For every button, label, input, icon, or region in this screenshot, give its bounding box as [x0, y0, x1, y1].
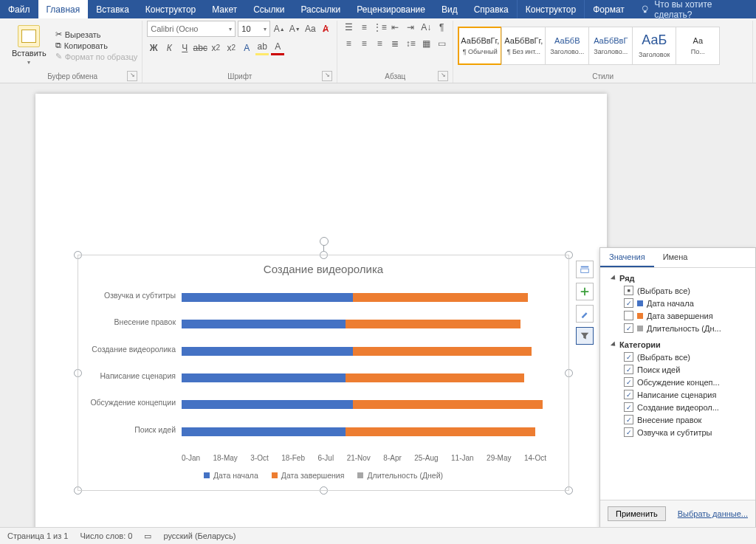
tab-names[interactable]: Имена: [654, 248, 697, 267]
series-swatch-icon: [637, 326, 643, 331]
style-no-spacing[interactable]: АаБбВвГг,¶ Без инт...: [501, 27, 546, 65]
bar-segment[interactable]: [182, 293, 353, 302]
shrink-font-button[interactable]: A▼: [288, 22, 301, 35]
tab-references[interactable]: Ссылки: [245, 0, 292, 18]
bar-segment[interactable]: [346, 320, 520, 328]
grow-font-button[interactable]: A▲: [272, 22, 286, 35]
strikethrough-button[interactable]: abc: [193, 41, 207, 55]
style-heading1[interactable]: АаБбВЗаголово...: [545, 27, 589, 65]
bar-segment[interactable]: [353, 293, 528, 302]
tab-mailings[interactable]: Рассылки: [292, 0, 348, 18]
apply-button[interactable]: Применить: [608, 506, 666, 521]
text-effects-button[interactable]: A: [240, 41, 253, 55]
font-color-button[interactable]: A: [271, 40, 284, 55]
clear-formatting-button[interactable]: A̷: [319, 22, 332, 35]
proofing-icon[interactable]: ▭: [144, 531, 151, 541]
shading-button[interactable]: ▦: [419, 37, 433, 50]
italic-button[interactable]: К: [162, 41, 176, 55]
tab-chart-design[interactable]: Конструктор: [517, 0, 584, 18]
subscript-button[interactable]: x2: [209, 41, 222, 55]
series-item[interactable]: Дата завершения: [606, 309, 751, 322]
tab-values[interactable]: Значения: [600, 248, 654, 267]
bar-segment[interactable]: [182, 427, 346, 436]
category-item[interactable]: Создание видеорол...: [606, 401, 751, 413]
bar-segment[interactable]: [182, 320, 346, 328]
show-marks-button[interactable]: ¶: [435, 21, 448, 34]
bar-segment[interactable]: [182, 347, 353, 356]
bar-segment[interactable]: [182, 400, 353, 409]
rotate-handle[interactable]: [320, 237, 329, 246]
font-family-combo[interactable]: Calibri (Осно▾: [147, 21, 236, 37]
category-item[interactable]: Написание сценария: [606, 388, 751, 401]
style-normal[interactable]: АаБбВвГг,¶ Обычный: [458, 27, 502, 65]
page-indicator[interactable]: Страница 1 из 1: [7, 531, 68, 540]
cut-button[interactable]: ✂Вырезать: [55, 30, 138, 39]
bar-segment[interactable]: [346, 427, 535, 436]
chart-elements-button[interactable]: [576, 283, 594, 300]
superscript-button[interactable]: x2: [224, 41, 238, 55]
category-item[interactable]: Внесение правок: [606, 413, 751, 426]
tab-help[interactable]: Справка: [466, 0, 517, 18]
tell-me-search[interactable]: Что вы хотите сделать?: [633, 0, 756, 18]
series-group-header[interactable]: Ряд: [606, 272, 751, 284]
multilevel-list-button[interactable]: ⋮≡: [373, 21, 386, 34]
category-item[interactable]: Озвучка и субтитры: [606, 426, 751, 438]
chart-filters-button[interactable]: [576, 327, 594, 345]
series-item[interactable]: Дата начала: [606, 297, 751, 309]
underline-button[interactable]: Ч: [178, 41, 191, 55]
bar-segment[interactable]: [353, 400, 543, 409]
borders-button[interactable]: ▭: [435, 37, 448, 50]
line-spacing-button[interactable]: ↕≡: [404, 37, 417, 50]
sort-button[interactable]: A↓: [419, 21, 433, 34]
chart-styles-button[interactable]: [576, 305, 594, 323]
numbering-button[interactable]: ≡: [357, 21, 371, 34]
highlight-button[interactable]: ab: [255, 40, 269, 55]
layout-options-button[interactable]: [576, 261, 594, 278]
decrease-indent-button[interactable]: ⇤: [388, 21, 402, 34]
series-select-all[interactable]: (Выбрать все): [606, 284, 751, 297]
align-left-button[interactable]: ≡: [342, 37, 355, 50]
tab-file[interactable]: Файл: [0, 0, 38, 18]
tab-design[interactable]: Конструктор: [137, 0, 204, 18]
change-case-button[interactable]: Aa: [303, 22, 317, 35]
svg-point-0: [642, 5, 647, 10]
font-size-combo[interactable]: 10▾: [238, 21, 270, 37]
tab-chart-format[interactable]: Формат: [584, 0, 633, 18]
category-item[interactable]: Обсуждение концеп...: [606, 376, 751, 388]
chart-selection[interactable]: Создание видеоролика Озвучка и субтитрыВ…: [78, 255, 569, 491]
bar-segment[interactable]: [353, 347, 532, 356]
tab-review[interactable]: Рецензирование: [348, 0, 433, 18]
tab-view[interactable]: Вид: [433, 0, 466, 18]
word-count[interactable]: Число слов: 0: [80, 531, 132, 540]
chart[interactable]: Создание видеоролика Озвучка и субтитрыВ…: [78, 255, 569, 491]
bullets-button[interactable]: ☰: [342, 21, 355, 34]
category-item[interactable]: Поиск идей: [606, 363, 751, 376]
style-heading2[interactable]: АаБбВвГЗаголово...: [588, 27, 633, 65]
bold-button[interactable]: Ж: [147, 41, 160, 55]
format-painter-button[interactable]: ✎Формат по образцу: [55, 52, 138, 61]
svg-rect-1: [644, 10, 646, 13]
series-item[interactable]: Длительность (Дн...: [606, 322, 751, 334]
bar-segment[interactable]: [182, 373, 346, 382]
align-center-button[interactable]: ≡: [357, 37, 371, 50]
categories-group-header[interactable]: Категории: [606, 339, 751, 351]
align-right-button[interactable]: ≡: [373, 37, 386, 50]
dialog-launcher-icon[interactable]: ↘: [127, 71, 137, 81]
bar-segment[interactable]: [346, 373, 524, 382]
legend-entry: Дата завершения: [281, 471, 345, 480]
dialog-launcher-icon[interactable]: ↘: [438, 71, 448, 81]
tab-insert[interactable]: Вставка: [88, 0, 137, 18]
paste-button[interactable]: Вставить ▾: [7, 24, 51, 67]
tab-home[interactable]: Главная: [38, 0, 89, 18]
styles-gallery[interactable]: АаБбВвГг,¶ Обычный АаБбВвГг,¶ Без инт...…: [458, 27, 719, 65]
justify-button[interactable]: ≣: [388, 37, 402, 50]
style-subtitle[interactable]: АаПо...: [676, 27, 720, 65]
style-title[interactable]: АаБЗаголовок: [632, 27, 676, 65]
category-select-all[interactable]: (Выбрать все): [606, 351, 751, 363]
dialog-launcher-icon[interactable]: ↘: [322, 71, 332, 81]
increase-indent-button[interactable]: ⇥: [404, 21, 417, 34]
tab-layout[interactable]: Макет: [204, 0, 245, 18]
language-indicator[interactable]: русский (Беларусь): [163, 531, 236, 540]
select-data-link[interactable]: Выбрать данные...: [678, 509, 748, 518]
copy-button[interactable]: ⧉Копировать: [55, 41, 138, 50]
